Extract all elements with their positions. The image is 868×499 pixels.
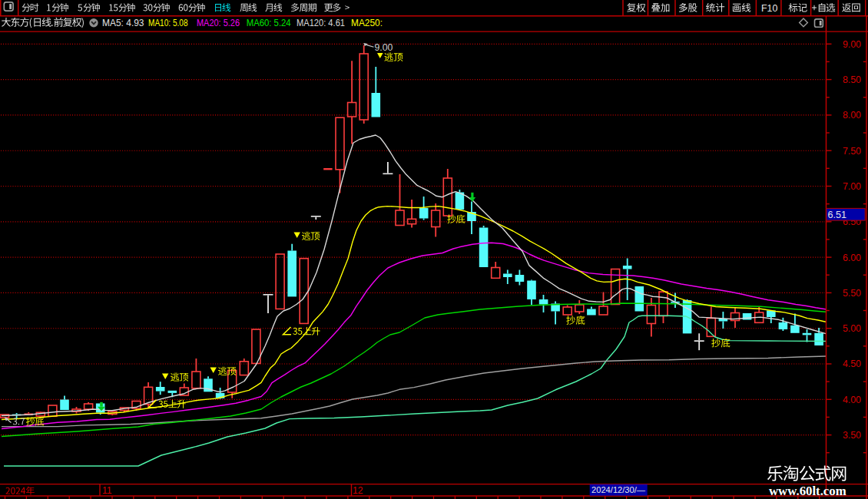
svg-text:MA10: 5.08: MA10: 5.08	[148, 18, 188, 28]
svg-text:5.00: 5.00	[843, 323, 861, 334]
svg-text:MA250:: MA250:	[351, 18, 383, 28]
svg-text:4.50: 4.50	[843, 359, 861, 369]
svg-text:11: 11	[102, 485, 112, 496]
svg-text:4.00: 4.00	[843, 395, 861, 405]
svg-text:7.50: 7.50	[843, 146, 861, 157]
svg-text:MA5: 4.93: MA5: 4.93	[102, 18, 144, 28]
svg-text:6.00: 6.00	[843, 253, 861, 263]
svg-text:8.00: 8.00	[843, 110, 861, 121]
svg-text:2024/12/30/—: 2024/12/30/—	[591, 484, 645, 494]
svg-text:6.51: 6.51	[828, 210, 847, 220]
svg-text:8.50: 8.50	[843, 74, 861, 85]
svg-text:MA120: 4.61: MA120: 4.61	[297, 18, 345, 28]
svg-text:12: 12	[353, 485, 363, 496]
svg-text:MA60: 5.24: MA60: 5.24	[247, 18, 291, 28]
svg-text:3.50: 3.50	[843, 430, 861, 441]
svg-text:www.60lt.com: www.60lt.com	[769, 484, 846, 498]
svg-text:5.50: 5.50	[843, 288, 861, 299]
svg-text:MA20: 5.26: MA20: 5.26	[197, 18, 240, 28]
svg-text:9.00: 9.00	[375, 42, 393, 53]
svg-text:7.00: 7.00	[843, 181, 861, 192]
svg-text:9.00: 9.00	[843, 39, 861, 50]
svg-text:F10: F10	[761, 3, 777, 14]
